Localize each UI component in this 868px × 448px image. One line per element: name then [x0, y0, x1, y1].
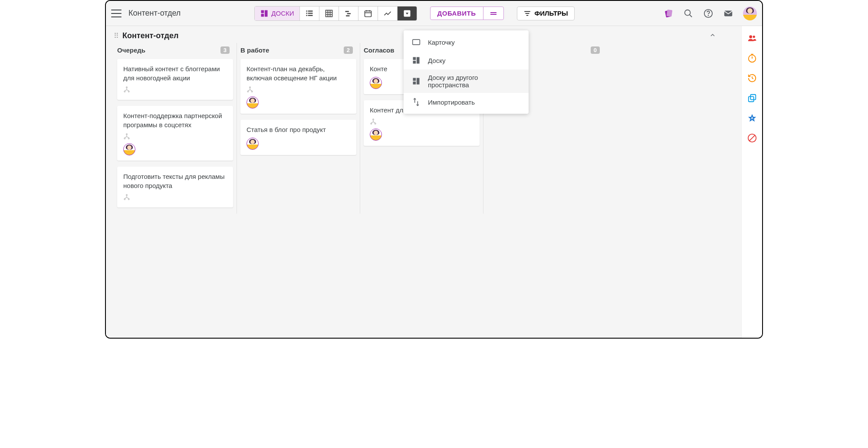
top-right-actions — [663, 7, 757, 20]
svg-point-61 — [375, 123, 376, 124]
board-title[interactable]: Контент-отдел — [122, 31, 178, 40]
svg-rect-3 — [306, 10, 307, 12]
svg-point-67 — [748, 55, 756, 63]
kanban-card[interactable]: Контент-поддержка партнерской программы … — [117, 106, 233, 161]
svg-line-57 — [248, 90, 250, 91]
board-icon — [411, 56, 421, 65]
svg-line-52 — [127, 198, 129, 199]
svg-rect-9 — [326, 10, 332, 16]
auto-icon[interactable]: A — [747, 113, 757, 123]
menu-icon[interactable] — [111, 10, 122, 17]
subtree-icon — [123, 133, 130, 142]
card-icon — [411, 37, 421, 47]
svg-line-31 — [690, 14, 692, 17]
svg-rect-8 — [308, 15, 312, 16]
dropdown-item-label: Доску — [428, 57, 445, 64]
mail-icon[interactable] — [723, 8, 733, 19]
svg-rect-14 — [345, 11, 349, 12]
svg-point-53 — [250, 87, 251, 88]
drag-handle-icon[interactable]: ⠿ — [114, 32, 119, 40]
svg-line-58 — [250, 90, 252, 91]
svg-rect-25 — [524, 11, 530, 12]
kanban-card[interactable]: Статья в блог про продукт — [240, 120, 356, 155]
history-icon[interactable] — [747, 73, 757, 83]
copy-icon[interactable] — [747, 93, 757, 103]
svg-point-54 — [247, 91, 249, 92]
card-title: Статья в блог про продукт — [247, 125, 350, 134]
svg-point-43 — [128, 138, 129, 139]
dropdown-item-external-board[interactable]: Доску из другого пространства — [404, 69, 529, 93]
svg-rect-15 — [347, 13, 350, 14]
add-button[interactable]: ДОБАВИТЬ — [431, 7, 483, 20]
add-dropdown-menu: Карточку Доску Доску из другого простран… — [404, 30, 529, 114]
assignee-avatar[interactable] — [247, 138, 259, 150]
svg-line-45 — [125, 137, 127, 138]
view-boards-button[interactable]: ДОСКИ — [255, 7, 299, 20]
view-list-button[interactable] — [300, 7, 319, 20]
svg-line-46 — [127, 137, 129, 138]
svg-rect-7 — [306, 15, 307, 16]
card-title: Контент-поддержка партнерской программы … — [123, 111, 227, 129]
svg-text:A: A — [751, 116, 753, 120]
svg-rect-0 — [261, 10, 264, 13]
dropdown-item-import[interactable]: Импортировать — [404, 93, 529, 111]
column-title: Согласов — [364, 46, 394, 54]
cards-icon[interactable] — [663, 8, 674, 19]
svg-point-35 — [126, 87, 128, 88]
timer-icon[interactable] — [747, 53, 757, 63]
svg-point-30 — [685, 10, 690, 15]
svg-point-59 — [373, 119, 374, 120]
assignee-avatar[interactable] — [370, 77, 382, 89]
dropdown-item-card[interactable]: Карточку — [404, 33, 529, 51]
dropdown-item-label: Доску из другого пространства — [428, 74, 521, 89]
svg-point-65 — [749, 35, 752, 38]
view-switcher: ДОСКИ — [254, 6, 417, 21]
add-dropdown-toggle[interactable] — [483, 7, 503, 20]
svg-line-77 — [749, 135, 755, 141]
dropdown-item-label: Карточку — [428, 39, 455, 46]
assignee-avatar[interactable] — [370, 128, 382, 141]
svg-rect-81 — [413, 61, 416, 64]
svg-rect-5 — [306, 13, 307, 14]
board-column: Очередь3Нативный контент с блоггерами дл… — [114, 43, 237, 214]
view-archive-button[interactable] — [398, 7, 417, 20]
assignee-avatar[interactable] — [123, 143, 135, 155]
add-button-group: ДОБАВИТЬ — [430, 7, 504, 20]
svg-point-60 — [371, 123, 372, 124]
dropdown-item-board[interactable]: Доску — [404, 51, 529, 69]
view-timeline-button[interactable] — [339, 7, 358, 20]
kanban-card[interactable]: Нативный контент с блоггерами для нового… — [117, 59, 233, 100]
import-icon — [411, 97, 421, 107]
user-avatar[interactable] — [743, 7, 757, 20]
kanban-card[interactable]: Контент-план на декабрь, включая освещен… — [240, 59, 356, 114]
view-calendar-button[interactable] — [358, 7, 378, 20]
svg-point-66 — [753, 36, 755, 38]
subtree-icon — [370, 118, 377, 127]
people-icon[interactable] — [747, 33, 757, 43]
assignee-avatar[interactable] — [247, 96, 259, 109]
view-chart-button[interactable] — [378, 7, 398, 20]
svg-rect-27 — [526, 15, 528, 16]
svg-rect-1 — [265, 10, 268, 16]
help-icon[interactable] — [703, 8, 713, 19]
view-table-button[interactable] — [319, 7, 339, 20]
svg-point-36 — [124, 91, 125, 92]
kanban-card[interactable]: Подготовить тексты для рекламы нового пр… — [117, 167, 233, 208]
svg-point-41 — [126, 134, 128, 135]
collapse-icon[interactable] — [709, 32, 716, 40]
column-header[interactable]: В работе2 — [237, 43, 356, 59]
column-header[interactable]: Очередь3 — [114, 43, 233, 59]
filter-button[interactable]: ФИЛЬТРЫ — [517, 7, 575, 20]
card-title: Нативный контент с блоггерами для нового… — [123, 64, 227, 82]
svg-point-55 — [251, 91, 253, 92]
space-title[interactable]: Контент-отдел — [128, 9, 181, 18]
search-icon[interactable] — [683, 8, 694, 19]
svg-line-63 — [371, 122, 373, 123]
column-count: 3 — [220, 46, 230, 54]
top-bar: Контент-отдел ДОСКИ ДОБАВИТЬ ФИЛЬТРЫ — [106, 1, 762, 26]
block-icon[interactable] — [747, 133, 757, 143]
svg-point-47 — [126, 194, 128, 196]
svg-rect-72 — [750, 95, 756, 100]
column-title: В работе — [240, 46, 269, 54]
right-rail: A — [741, 26, 762, 338]
